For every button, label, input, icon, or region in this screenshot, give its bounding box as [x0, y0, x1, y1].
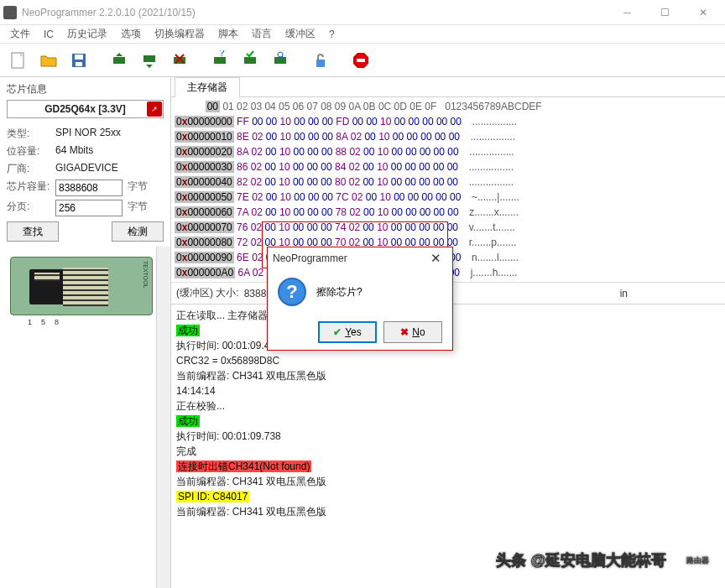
find-button[interactable]: 查找	[7, 221, 59, 242]
close-button[interactable]: ✕	[684, 1, 722, 24]
log-line: 连接时出错CH341(Not found)	[176, 459, 720, 474]
svg-rect-2	[75, 55, 83, 60]
menubar: 文件 IC 历史记录 选项 切换编程器 脚本 语言 缓冲区 ?	[0, 25, 725, 44]
left-scrollbar[interactable]	[156, 247, 170, 588]
unlock-button[interactable]	[307, 47, 334, 74]
log-line: 执行时间: 00:01:09.738	[176, 429, 720, 444]
cancel-icon: ✖	[400, 326, 409, 338]
stop-button[interactable]	[347, 47, 374, 74]
log-line: CRC32 = 0x56898D8C	[176, 353, 720, 368]
menu-ic[interactable]: IC	[37, 27, 60, 42]
tab-main-memory[interactable]: 主存储器	[175, 77, 240, 97]
log-line: SPI ID: C84017	[176, 489, 720, 504]
menu-language[interactable]: 语言	[245, 25, 279, 43]
menu-help[interactable]: ?	[322, 27, 342, 42]
erase-chip-button[interactable]	[166, 47, 193, 74]
auto-program-button[interactable]	[267, 47, 294, 74]
titlebar: NeoProgrammer 2.2.0.10 (2021/10/15) ─ ☐ …	[0, 0, 725, 25]
blank-check-button[interactable]	[237, 47, 263, 74]
log-line: 当前编程器: CH341 双电压黑色版	[176, 474, 720, 489]
watermark: 头条 @延安电脑大能林哥 路由器	[496, 538, 720, 583]
svg-rect-4	[113, 57, 125, 64]
svg-rect-3	[76, 62, 82, 66]
svg-rect-14	[357, 59, 365, 62]
bits-label: 位容量:	[7, 144, 55, 159]
size-unit: 字节	[128, 180, 148, 196]
mfr-value: GIGADEVICE	[55, 162, 164, 176]
buffer-tail: in	[620, 288, 628, 299]
log-line: 正在校验...	[176, 398, 720, 414]
datasheet-icon[interactable]: ↗	[147, 101, 162, 117]
check-icon: ✔	[333, 326, 342, 338]
hex-row[interactable]: 0x00000060 7A 02 00 10 00 00 00 78 02 00…	[175, 205, 722, 220]
bits-value: 64 Mbits	[55, 144, 164, 159]
page-unit: 字节	[128, 200, 148, 216]
mfr-label: 厂商:	[7, 162, 55, 176]
hex-row[interactable]: 0x00000040 82 02 00 10 00 00 00 80 02 00…	[175, 174, 722, 190]
dialog-title: NeoProgrammer	[273, 252, 347, 264]
write-chip-button[interactable]	[136, 47, 163, 74]
menu-switch-programmer[interactable]: 切换编程器	[148, 25, 211, 43]
hex-row[interactable]: 0x00000050 7E 02 00 10 00 00 00 7C 02 00…	[175, 190, 722, 205]
log-line: 成功	[176, 414, 720, 429]
hex-row[interactable]: 0x00000030 86 02 00 10 00 00 00 84 02 00…	[175, 159, 722, 174]
svg-rect-5	[143, 55, 155, 62]
window-title: NeoProgrammer 2.2.0.10 (2021/10/15)	[22, 7, 608, 18]
left-panel: 芯片信息 GD25Q64x [3.3V] ↗ 类型:SPI NOR 25xx 位…	[0, 77, 171, 588]
hex-header: 00 01 02 03 04 05 06 07 08 09 0A 0B 0C 0…	[175, 99, 722, 114]
hex-row[interactable]: 0x00000000 FF 00 00 10 00 00 00 FD 00 00…	[175, 114, 722, 129]
type-label: 类型:	[7, 127, 55, 141]
new-file-button[interactable]	[5, 47, 32, 74]
maximize-button[interactable]: ☐	[646, 1, 684, 24]
dialog-message: 擦除芯片?	[316, 285, 362, 299]
size-label: 芯片容量:	[7, 180, 55, 196]
dialog-yes-button[interactable]: ✔Yes	[318, 321, 377, 343]
router-logo-icon: 路由器	[675, 538, 720, 583]
page-input[interactable]	[55, 200, 123, 216]
app-icon	[3, 6, 17, 19]
buffer-size-label: (缓冲区) 大小:	[176, 286, 239, 300]
save-file-button[interactable]	[65, 47, 92, 74]
hex-row[interactable]: 0x00000010 8E 02 00 10 00 00 00 8A 02 00…	[175, 129, 722, 144]
hex-row[interactable]: 0x00000070 76 02 00 10 00 00 00 74 02 00…	[175, 220, 722, 235]
svg-rect-12	[316, 60, 325, 67]
menu-options[interactable]: 选项	[114, 25, 148, 43]
menu-file[interactable]: 文件	[3, 25, 37, 43]
minimize-button[interactable]: ─	[608, 1, 646, 24]
log-line: 14:14:14	[176, 383, 720, 398]
menu-buffer[interactable]: 缓冲区	[279, 25, 322, 43]
svg-text:?: ?	[219, 50, 225, 59]
dialog-no-button[interactable]: ✖No	[383, 321, 442, 343]
size-input[interactable]	[55, 180, 123, 196]
read-chip-button[interactable]	[106, 47, 133, 74]
type-value: SPI NOR 25xx	[55, 127, 164, 141]
open-file-button[interactable]	[35, 47, 62, 74]
verify-chip-button[interactable]: ?	[206, 47, 233, 74]
menu-script[interactable]: 脚本	[211, 25, 245, 43]
log-line: 当前编程器: CH341 双电压黑色版	[176, 504, 720, 519]
question-icon: ?	[278, 278, 306, 306]
svg-rect-9	[244, 57, 256, 64]
toolbar: ?	[0, 44, 725, 77]
chip-info-title: 芯片信息	[7, 82, 164, 96]
hex-row[interactable]: 0x00000020 8A 02 00 10 00 00 00 88 02 00…	[175, 144, 722, 159]
dialog-close-icon[interactable]: ✕	[424, 251, 447, 266]
log-line: 完成	[176, 444, 720, 459]
page-label: 分页:	[7, 200, 55, 216]
adapter-view: TEXTOOL 1 5 8	[0, 247, 170, 588]
log-line: 当前编程器: CH341 双电压黑色版	[176, 368, 720, 383]
confirm-dialog: NeoProgrammer ✕ ? 擦除芯片? ✔Yes ✖No	[267, 247, 453, 351]
menu-history[interactable]: 历史记录	[60, 25, 114, 43]
chip-name[interactable]: GD25Q64x [3.3V]	[7, 100, 164, 118]
detect-button[interactable]: 检测	[112, 221, 164, 242]
